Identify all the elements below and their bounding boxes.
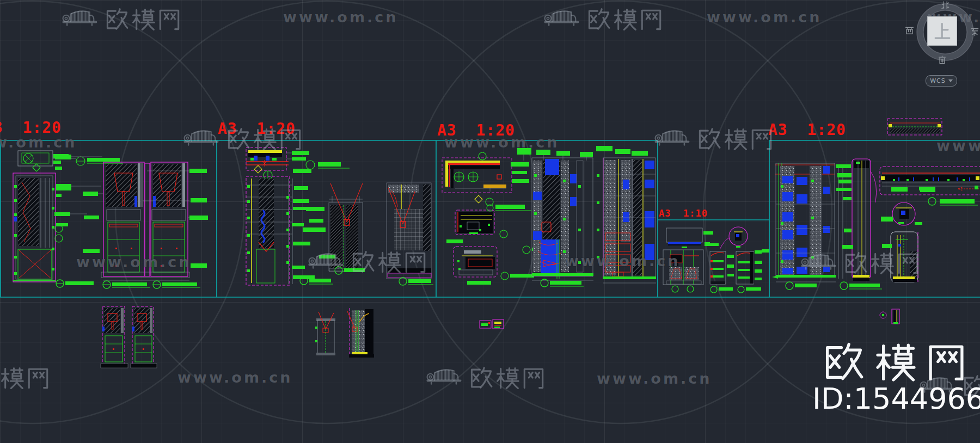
scale-label: A3 1:20 xyxy=(0,120,62,136)
compass-north-label[interactable] xyxy=(941,1,950,9)
detail-group-110 xyxy=(663,227,778,293)
detail-group-1 xyxy=(13,151,208,288)
detail-group-3 xyxy=(442,146,656,287)
compass-west-label[interactable] xyxy=(905,26,914,35)
scale-label: A3 1:20 xyxy=(768,122,846,138)
wcs-label: WCS xyxy=(930,77,946,84)
viewcube-top-glyph xyxy=(933,21,952,41)
detail-group-2 xyxy=(246,147,433,285)
scale-label: A3 1:20 xyxy=(437,123,515,138)
stray-details-bottom xyxy=(101,306,899,368)
compass-south-label[interactable] xyxy=(938,56,947,65)
scale-label: A3 1:20 xyxy=(218,121,296,137)
detail-group-4 xyxy=(775,119,980,290)
viewcube-top-face[interactable] xyxy=(927,16,957,46)
cad-drawing-canvas[interactable]: A3 1:20A3 1:20A3 1:20A3 1:20A3 1:10 www.… xyxy=(0,0,980,443)
site-brand-logo-text xyxy=(823,342,980,385)
scale-label: A3 1:10 xyxy=(659,209,708,218)
wcs-dropdown[interactable]: WCS xyxy=(926,75,957,87)
model-id-text: ID:1544966 xyxy=(812,384,980,414)
compass-east-label[interactable] xyxy=(970,27,979,36)
wcs-dropdown-arrow xyxy=(948,79,953,82)
